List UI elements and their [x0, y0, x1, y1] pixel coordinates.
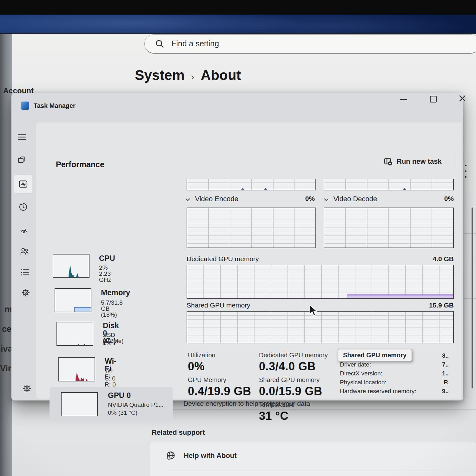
help-globe-icon	[165, 450, 176, 461]
minimize-icon	[400, 99, 407, 100]
detail-label: DirectX version:	[340, 370, 382, 377]
sidebar-item-app-history[interactable]	[15, 199, 32, 215]
app-history-icon	[19, 202, 28, 211]
tooltip: Shared GPU memory	[338, 349, 412, 361]
detail-value: 9..	[430, 388, 449, 395]
video-encode-value: 0%	[305, 195, 315, 202]
sidebar-item-performance[interactable]	[15, 176, 32, 192]
settings-button[interactable]	[18, 381, 36, 396]
video-decode-label: Video Decode	[333, 195, 377, 203]
perf-item-title: GPU 0	[108, 392, 131, 399]
sidebar-item-services[interactable]	[17, 285, 34, 300]
settings-gear-icon	[23, 384, 31, 393]
shared-gpu-memory-chart	[187, 311, 454, 343]
sidebar-text-fragment: iva	[1, 344, 12, 354]
header-divider	[455, 155, 455, 169]
perf-item-sub: 0% (31 °C)	[108, 410, 137, 416]
help-with-about-card[interactable]: Help with About	[149, 442, 476, 476]
sidebar-text-fragment: Vinc	[0, 364, 12, 374]
perf-item-cpu[interactable]: CPU 2% 2.23 GHz	[53, 254, 89, 278]
shared-chart-max: 15.9 GB	[429, 301, 454, 309]
run-new-task-label: Run new task	[397, 157, 442, 166]
dedicated-gpu-memory-label: Dedicated GPU memory	[259, 352, 328, 359]
sidebar-text-fragment: ce	[2, 324, 11, 334]
wifi-mini-chart	[58, 357, 95, 381]
run-new-task-icon	[384, 157, 392, 166]
breadcrumb-about: About	[201, 67, 241, 83]
sidebar-item-details[interactable]	[17, 265, 34, 280]
perf-item-sub: 1%	[103, 340, 111, 346]
gpu-memory-value: 0.4/19.9 GB	[188, 385, 251, 398]
temperature-value: 31 °C	[259, 409, 288, 423]
dedicated-gpu-memory-chart	[187, 265, 454, 299]
dedicated-chart-max: 4.0 GB	[433, 255, 454, 263]
perf-item-wifi[interactable]: Wi-Fi Wi-Fi S: 0 R: 0 Kbps	[58, 357, 95, 381]
breadcrumb-system[interactable]: System	[135, 67, 185, 83]
settings-row-divider	[464, 233, 476, 234]
shared-gpu-memory-label: Shared GPU memory	[259, 376, 320, 384]
breadcrumb: System › About	[135, 67, 241, 83]
sidebar-text-fragment: m	[4, 305, 12, 314]
video-decode-header[interactable]: Video Decode 0%	[324, 195, 454, 203]
scrollbar-thumb[interactable]	[472, 208, 473, 388]
cpu-mini-chart	[53, 254, 89, 278]
details-icon	[21, 268, 30, 276]
settings-row-divider	[464, 298, 476, 299]
task-manager-logo	[21, 102, 29, 110]
desktop-wallpaper-strip	[0, 15, 476, 34]
chevron-down-icon	[324, 198, 329, 201]
close-button[interactable]	[455, 93, 470, 104]
dedicated-chart-label: Dedicated GPU memory	[187, 255, 259, 262]
partial-chart-left	[187, 179, 316, 190]
video-encode-header[interactable]: Video Encode 0%	[185, 195, 315, 203]
detail-value: P.	[430, 379, 449, 386]
detail-value: 7..	[430, 361, 449, 368]
monitor-bezel	[0, 0, 476, 15]
video-encode-label: Video Encode	[195, 195, 238, 203]
maximize-button[interactable]	[426, 93, 440, 105]
perf-item-title: Memory	[101, 289, 130, 296]
window-title: Task Manager	[34, 102, 76, 109]
navigation-menu-button[interactable]	[13, 129, 30, 145]
temperature-label: Temperature	[259, 401, 294, 408]
settings-sidebar-fragment-strip: m ce iva Vinc	[0, 34, 12, 476]
users-icon	[20, 247, 29, 255]
chevron-down-icon	[185, 198, 190, 201]
video-decode-chart	[324, 208, 454, 248]
shared-chart-label: Shared GPU memory	[187, 301, 250, 309]
detail-label: Physical location:	[340, 379, 387, 386]
gpu-memory-label: GPU Memory	[188, 376, 226, 384]
performance-icon	[19, 180, 28, 188]
processes-icon	[18, 156, 26, 164]
disk-mini-chart	[56, 322, 93, 346]
cursor-arrow	[308, 305, 320, 317]
card-divider	[165, 471, 476, 471]
sidebar-item-startup-apps[interactable]	[15, 222, 32, 237]
dedicated-gpu-memory-header: Dedicated GPU memory 4.0 GB	[187, 255, 454, 263]
utilization-value: 0%	[188, 360, 205, 373]
minimize-button[interactable]	[396, 94, 411, 105]
page-title: Performance	[56, 160, 104, 169]
detail-label: Hardware reserved memory:	[340, 388, 416, 395]
close-icon	[459, 95, 466, 102]
sidebar-item-processes[interactable]	[13, 152, 30, 168]
perf-item-title: CPU	[99, 255, 115, 262]
more-options-button[interactable]	[464, 162, 467, 179]
sidebar-item-users[interactable]	[16, 244, 33, 259]
settings-row-divider	[464, 362, 476, 362]
task-manager-window: Task Manager	[11, 93, 463, 400]
partial-chart-right	[324, 179, 454, 190]
video-encode-chart	[187, 208, 316, 248]
run-new-task-button[interactable]: Run new task	[384, 157, 442, 166]
perf-item-memory[interactable]: Memory 5.7/31.8 GB (18%)	[55, 288, 91, 312]
detail-value: 1..	[430, 370, 449, 377]
memory-mini-chart	[55, 288, 91, 312]
shared-gpu-memory-value: 0.0/15.9 GB	[259, 385, 322, 398]
startup-apps-icon	[19, 226, 28, 234]
related-support-heading: Related support	[152, 428, 205, 437]
detail-label: Driver date:	[340, 361, 371, 368]
video-decode-value: 0%	[444, 195, 454, 202]
perf-item-gpu-selected[interactable]: GPU 0 NVIDIA Quadro P1... 0% (31 °C)	[50, 387, 173, 421]
utilization-label: Utilization	[188, 352, 215, 359]
perf-item-disk[interactable]: Disk 0 (C:) SSD (NVMe) 1%	[56, 322, 93, 346]
